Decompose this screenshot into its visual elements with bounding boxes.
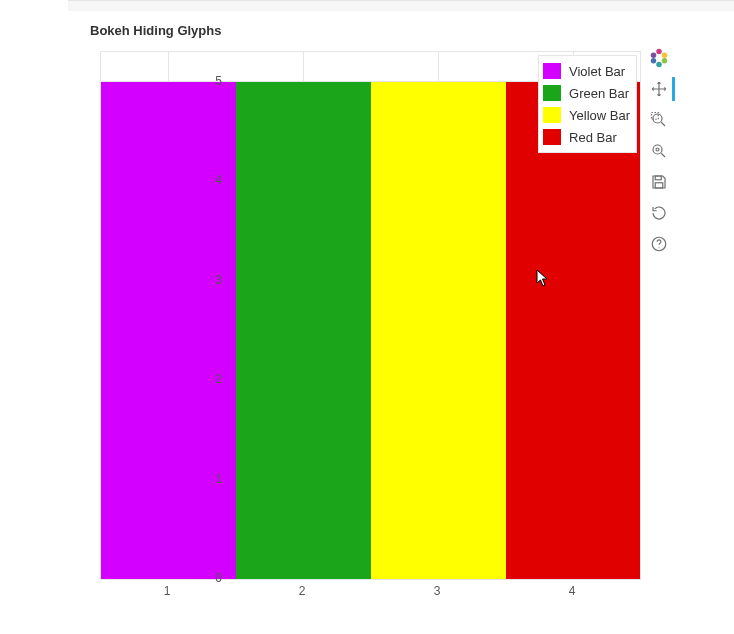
legend-label: Red Bar [569,130,617,145]
legend-label: Green Bar [569,86,629,101]
bar-violet[interactable] [101,82,236,579]
svg-rect-11 [655,183,663,188]
svg-point-2 [662,58,668,64]
legend-item-yellow[interactable]: Yellow Bar [543,104,630,126]
y-tick-label: 3 [194,273,222,287]
bar-red[interactable] [506,82,640,579]
svg-point-8 [653,145,662,154]
x-tick-label: 4 [569,584,576,598]
x-tick-label: 1 [164,584,171,598]
bar-yellow[interactable] [371,82,506,579]
svg-point-1 [662,53,668,59]
legend-item-red[interactable]: Red Bar [543,126,630,148]
svg-point-5 [651,53,657,59]
wheel-zoom-tool-icon[interactable] [646,139,672,163]
help-tool-icon[interactable] [646,232,672,256]
svg-point-0 [656,49,662,55]
legend-swatch-icon [543,129,561,145]
y-tick-label: 0 [194,571,222,585]
x-tick-label: 3 [434,584,441,598]
svg-point-9 [656,148,659,151]
plot-page: Bokeh Hiding Glyphs Violet Bar [68,11,734,634]
legend-item-green[interactable]: Green Bar [543,82,630,104]
svg-point-4 [651,58,657,64]
svg-rect-10 [655,176,661,180]
bar-green[interactable] [236,82,371,579]
legend-item-violet[interactable]: Violet Bar [543,60,630,82]
legend-swatch-icon [543,85,561,101]
y-tick-label: 5 [194,74,222,88]
legend-swatch-icon [543,63,561,79]
legend-swatch-icon [543,107,561,123]
svg-point-6 [653,114,662,123]
svg-point-3 [656,62,662,67]
legend: Violet Bar Green Bar Yellow Bar Red Bar [538,55,637,153]
plot-toolbar [644,46,674,256]
svg-point-13 [658,247,659,248]
x-tick-label: 2 [299,584,306,598]
reset-tool-icon[interactable] [646,201,672,225]
legend-label: Violet Bar [569,64,625,79]
plot-area[interactable]: Violet Bar Green Bar Yellow Bar Red Bar [100,51,641,580]
y-tick-label: 1 [194,472,222,486]
chart-title: Bokeh Hiding Glyphs [90,23,221,38]
save-tool-icon[interactable] [646,170,672,194]
bokeh-logo-icon[interactable] [646,46,672,70]
y-tick-label: 4 [194,173,222,187]
legend-label: Yellow Bar [569,108,630,123]
y-tick-label: 2 [194,372,222,386]
pan-tool-icon[interactable] [646,77,672,101]
box-zoom-tool-icon[interactable] [646,108,672,132]
